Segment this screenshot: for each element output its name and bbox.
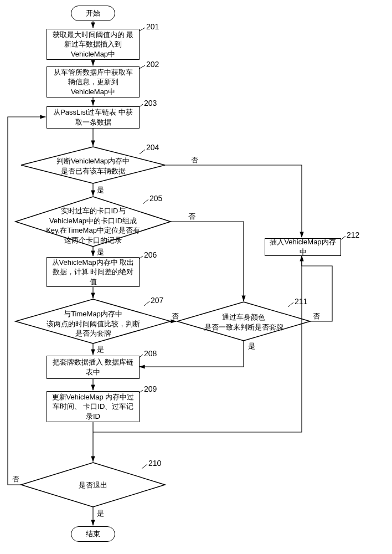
step-206: 从VehicleMap内存中 取出数据，计算 时间差的绝对值: [47, 257, 140, 287]
step-201-text: 获取最大时间阈值内的 最新过车数据插入到 VehicleMap中: [50, 30, 136, 59]
d207-no: 否: [172, 311, 179, 321]
step-212: 插入VehicleMap内存中: [265, 238, 341, 256]
end-terminator: 结束: [71, 526, 115, 542]
num-209: 209: [144, 384, 157, 393]
num-211: 211: [295, 297, 307, 306]
step-209-text: 更新VehicleMap 内存中过车时间、 卡口ID、过车记录ID: [50, 392, 136, 422]
svg-line-21: [143, 199, 148, 204]
num-201: 201: [146, 22, 159, 31]
decision-205-text: 实时过车的卡口ID与 VehicleMap中的卡口ID组成 Key,在TimeM…: [38, 206, 148, 245]
step-201: 获取最大时间阈值内的 最新过车数据插入到 VehicleMap中: [47, 29, 140, 60]
step-203: 从PassList过车链表 中获取一条数据: [47, 106, 140, 129]
num-202: 202: [146, 60, 159, 69]
num-212: 212: [347, 230, 359, 239]
d211-yes: 是: [248, 341, 255, 351]
d204-yes: 是: [97, 185, 104, 195]
num-210: 210: [148, 459, 161, 468]
step-206-text: 从VehicleMap内存中 取出数据，计算 时间差的绝对值: [50, 258, 136, 287]
d210-no: 否: [12, 474, 19, 484]
step-208: 把套牌数据插入 数据库链表中: [47, 356, 140, 379]
svg-line-26: [142, 464, 147, 469]
start-label: 开始: [86, 8, 100, 18]
svg-line-27: [288, 302, 293, 307]
step-202: 从车管所数据库中获取车 辆信息，更新到 VehicleMap中: [47, 66, 140, 98]
start-terminator: 开始: [71, 6, 115, 21]
decision-211-text: 通过车身颜色 是否一致来判断是否套牌: [194, 312, 293, 332]
step-209: 更新VehicleMap 内存中过车时间、 卡口ID、过车记录ID: [47, 391, 140, 422]
d210-yes: 是: [97, 509, 104, 519]
num-207: 207: [151, 296, 163, 305]
num-205: 205: [149, 194, 162, 203]
d204-no: 否: [191, 155, 198, 165]
d211-no: 否: [313, 311, 320, 321]
svg-line-20: [140, 150, 145, 154]
num-204: 204: [146, 143, 159, 152]
decision-210-text: 是否退出: [49, 480, 137, 490]
step-212-text: 插入VehicleMap内存中: [269, 237, 337, 257]
d207-yes: 是: [97, 345, 104, 355]
d205-yes: 是: [97, 247, 104, 257]
svg-line-23: [144, 301, 149, 306]
decision-207-text: 与TimeMap内存中 该两点的时间阈值比较，判断 是否为套牌: [38, 309, 148, 338]
step-203-text: 从PassList过车链表 中获取一条数据: [50, 107, 136, 127]
num-208: 208: [144, 349, 157, 358]
num-206: 206: [144, 250, 157, 259]
step-202-text: 从车管所数据库中获取车 辆信息，更新到 VehicleMap中: [50, 68, 136, 97]
decision-204-text: 判断VehicleMap内存中 是否已有该车辆数据: [49, 156, 137, 176]
num-203: 203: [144, 99, 157, 107]
end-label: 结束: [86, 529, 100, 539]
d205-no: 否: [188, 212, 195, 222]
step-208-text: 把套牌数据插入 数据库链表中: [50, 357, 136, 377]
